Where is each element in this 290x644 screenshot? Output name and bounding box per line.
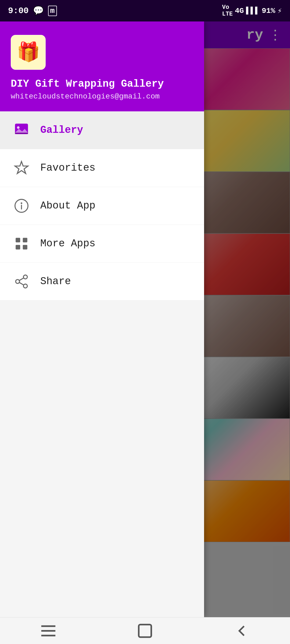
status-bar: 9:00 💬 m VoLTE 4G ▌▌▌ 91% ⚡ bbox=[0, 0, 290, 21]
whatsapp-icon: 💬 bbox=[33, 5, 44, 16]
star-icon bbox=[13, 160, 30, 176]
status-time: 9:00 bbox=[8, 6, 29, 16]
about-label: About App bbox=[40, 200, 95, 211]
navigation-bar bbox=[0, 617, 290, 644]
nav-menu-button[interactable] bbox=[39, 621, 58, 640]
svg-point-13 bbox=[23, 284, 27, 288]
favorites-label: Favorites bbox=[40, 162, 95, 174]
gallery-label: Gallery bbox=[40, 124, 83, 136]
signal-bars: ▌▌▌ bbox=[246, 7, 259, 15]
share-icon bbox=[13, 273, 30, 290]
app-icon-emoji: 🎁 bbox=[17, 41, 40, 64]
svg-rect-9 bbox=[16, 245, 20, 249]
svg-point-2 bbox=[17, 126, 20, 129]
status-right: VoLTE 4G ▌▌▌ 91% ⚡ bbox=[222, 4, 282, 17]
app-icon: 🎁 bbox=[11, 35, 46, 70]
svg-point-12 bbox=[16, 279, 20, 283]
status-left: 9:00 💬 m bbox=[8, 5, 57, 16]
battery-percent: 91% bbox=[262, 7, 275, 15]
menu-item-about[interactable]: About App bbox=[0, 187, 204, 225]
info-icon bbox=[13, 198, 30, 214]
drawer-menu: Gallery Favorites bbox=[0, 111, 204, 617]
menu-item-gallery[interactable]: Gallery bbox=[0, 111, 204, 149]
gallery-icon bbox=[13, 122, 30, 138]
navigation-drawer: 🎁 DIY Gift Wrapping Gallery whitecloudst… bbox=[0, 21, 204, 617]
nav-back-button[interactable] bbox=[232, 621, 251, 640]
app-title: DIY Gift Wrapping Gallery bbox=[11, 78, 193, 90]
app-email: whitecloudstechnologies@gmail.com bbox=[11, 92, 193, 101]
battery-icon: ⚡ bbox=[277, 6, 282, 15]
grid-icon bbox=[13, 236, 30, 252]
volte-icon: VoLTE bbox=[222, 4, 233, 17]
svg-rect-8 bbox=[23, 238, 27, 242]
svg-rect-10 bbox=[23, 245, 27, 249]
svg-point-11 bbox=[23, 275, 27, 279]
menu-item-more-apps[interactable]: More Apps bbox=[0, 225, 204, 263]
svg-rect-19 bbox=[139, 624, 151, 637]
menu-item-share[interactable]: Share bbox=[0, 263, 204, 301]
more-apps-label: More Apps bbox=[40, 238, 95, 249]
share-label: Share bbox=[40, 276, 71, 287]
messages-icon: m bbox=[48, 6, 57, 16]
drawer-scrim[interactable] bbox=[204, 21, 290, 617]
svg-line-15 bbox=[19, 278, 24, 280]
main-container: ry ⋮ bbox=[0, 21, 290, 617]
menu-item-favorites[interactable]: Favorites bbox=[0, 149, 204, 187]
svg-point-6 bbox=[21, 203, 22, 203]
network-icon: 4G bbox=[235, 7, 244, 15]
drawer-header: 🎁 DIY Gift Wrapping Gallery whitecloudst… bbox=[0, 21, 204, 111]
svg-rect-7 bbox=[16, 238, 20, 242]
nav-home-button[interactable] bbox=[136, 621, 154, 640]
svg-line-14 bbox=[19, 282, 24, 285]
